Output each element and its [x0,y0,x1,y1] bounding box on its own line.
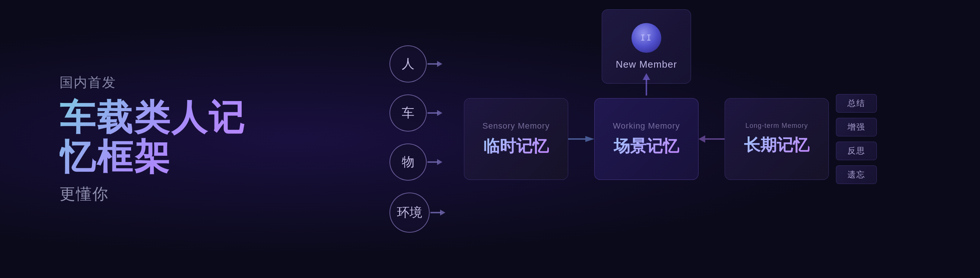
arrow-object [428,159,442,165]
arrow-sensory-svg [568,135,594,143]
sensory-label-en: Sensory Memory [482,121,550,131]
lt-button-enhance[interactable]: 增强 [836,118,877,136]
diagram-wrapper: 人 车 物 环境 [360,24,881,254]
longterm-label-en: Long-term Memory [745,122,808,130]
input-node-car: 车 [390,95,427,131]
lt-button-reflect[interactable]: 反思 [836,142,877,160]
new-member-container: New Member [602,9,691,84]
svg-marker-0 [568,136,594,142]
main-container: 国内首发 车载类人记忆框架 更懂你 人 车 物 [0,0,980,278]
lt-button-summarize-label: 总结 [848,98,865,109]
memory-boxes-row: Sensory Memory 临时记忆 Working Memory 场景记忆 [464,98,829,180]
new-member-avatar [632,23,661,53]
working-memory-box: Working Memory 场景记忆 New Member [594,98,698,180]
subtitle: 国内首发 [60,74,261,92]
input-node-label-object: 物 [402,153,414,171]
new-member-box: New Member [602,9,691,84]
input-node-label-person: 人 [402,55,414,73]
input-nodes: 人 车 物 环境 [390,45,430,233]
input-node-object: 物 [390,144,427,181]
input-node-person: 人 [390,45,427,82]
sensory-memory-box: Sensory Memory 临时记忆 [464,98,568,180]
working-label-zh: 场景记忆 [614,135,679,157]
working-label-en: Working Memory [613,121,680,131]
input-node-label-env: 环境 [397,204,422,221]
longterm-memory-box: Long-term Memory 长期记忆 总结 增强 反思 [725,98,829,180]
lt-button-forget[interactable]: 遗忘 [836,165,877,184]
arrow-longterm-working [698,135,725,143]
arrow-working-to-newmember [643,73,650,96]
lt-buttons: 总结 增强 反思 遗忘 [836,94,877,184]
arrow-person [428,61,442,67]
arrow-car [428,110,442,116]
tagline: 更懂你 [60,183,261,204]
lt-button-reflect-label: 反思 [848,145,865,156]
lt-button-summarize[interactable]: 总结 [836,94,877,113]
longterm-label-zh: 长期记忆 [744,134,810,156]
new-member-label: New Member [616,59,677,70]
input-node-env: 环境 [390,193,430,233]
diagram-section: 人 车 物 环境 [261,0,980,278]
arrow-lt-line [705,138,725,140]
arrow-env [430,210,445,216]
arrow-sensory-working [568,135,594,143]
left-section: 国内首发 车载类人记忆框架 更懂你 [0,74,261,204]
input-node-label-car: 车 [402,104,414,122]
main-title: 车载类人记忆框架 [60,98,261,176]
lt-button-enhance-label: 增强 [848,122,865,133]
arrow-lt-head [698,135,705,143]
sensory-label-zh: 临时记忆 [483,135,549,157]
lt-button-forget-label: 遗忘 [848,169,865,180]
